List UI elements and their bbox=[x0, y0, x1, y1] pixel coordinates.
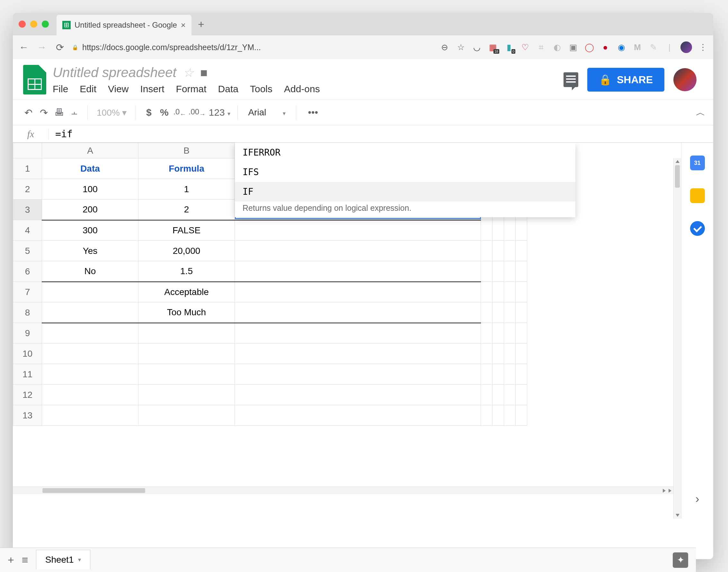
row-header[interactable]: 7 bbox=[13, 282, 42, 302]
extension-i-icon[interactable]: ✎ bbox=[648, 42, 659, 52]
cell[interactable]: 20,000 bbox=[139, 241, 235, 261]
menu-tools[interactable]: Tools bbox=[250, 83, 273, 94]
font-select[interactable]: Arial▾ bbox=[243, 107, 291, 118]
menu-view[interactable]: View bbox=[108, 83, 129, 94]
profile-avatar-icon[interactable] bbox=[680, 42, 692, 53]
side-panel-expand-icon[interactable]: › bbox=[696, 492, 700, 506]
collapse-toolbar-icon[interactable]: ︿ bbox=[696, 106, 706, 119]
decrease-decimal-icon[interactable]: .0← bbox=[172, 107, 187, 118]
row-header[interactable]: 4 bbox=[13, 220, 42, 241]
increase-decimal-icon[interactable]: .00→ bbox=[187, 107, 207, 118]
redo-icon[interactable]: ↷ bbox=[36, 107, 52, 118]
undo-icon[interactable]: ↶ bbox=[20, 107, 36, 118]
tasks-icon[interactable] bbox=[690, 221, 705, 236]
horizontal-scrollbar[interactable] bbox=[13, 487, 673, 494]
reload-button[interactable]: ⟳ bbox=[54, 42, 66, 53]
column-header[interactable]: A bbox=[42, 143, 139, 158]
zoom-icon[interactable]: ⊖ bbox=[439, 42, 450, 52]
autocomplete-item[interactable]: IFS bbox=[235, 162, 575, 182]
cell[interactable] bbox=[139, 405, 235, 426]
autocomplete-item[interactable]: IFERROR bbox=[235, 143, 575, 162]
vertical-scrollbar[interactable] bbox=[673, 158, 681, 519]
cell[interactable]: FALSE bbox=[139, 220, 235, 241]
add-sheet-button[interactable]: + bbox=[13, 554, 14, 559]
row-header[interactable]: 1 bbox=[13, 158, 42, 179]
cell[interactable] bbox=[235, 364, 481, 385]
cell[interactable] bbox=[235, 302, 481, 323]
extension-h-icon[interactable]: M bbox=[632, 42, 643, 52]
browser-menu-icon[interactable]: ⋮ bbox=[698, 42, 708, 52]
cell[interactable] bbox=[42, 323, 139, 344]
row-header[interactable]: 5 bbox=[13, 241, 42, 261]
cell[interactable] bbox=[235, 261, 481, 282]
sheet-tab[interactable]: Sheet1 ▾ bbox=[36, 550, 91, 559]
cell[interactable]: Too Much bbox=[139, 302, 235, 323]
zoom-select[interactable]: 100% ▾ bbox=[93, 107, 131, 118]
extension-f-icon[interactable]: ◯ bbox=[584, 42, 594, 52]
row-header[interactable]: 10 bbox=[13, 344, 42, 364]
sheet-tab-menu-icon[interactable]: ▾ bbox=[78, 556, 81, 559]
comments-icon[interactable] bbox=[564, 72, 578, 87]
formula-input[interactable]: =if bbox=[49, 128, 79, 139]
more-formats-select[interactable]: 123 ▾ bbox=[207, 107, 232, 118]
cell[interactable] bbox=[235, 405, 481, 426]
cell[interactable]: Formula bbox=[139, 158, 235, 179]
cell[interactable] bbox=[42, 344, 139, 364]
autocomplete-item[interactable]: IF bbox=[235, 182, 575, 202]
cell[interactable] bbox=[42, 405, 139, 426]
cell[interactable] bbox=[42, 385, 139, 405]
menu-format[interactable]: Format bbox=[176, 83, 207, 94]
cell[interactable]: 1 bbox=[139, 179, 235, 200]
menu-data[interactable]: Data bbox=[218, 83, 238, 94]
cell[interactable] bbox=[235, 241, 481, 261]
cell[interactable]: 1.5 bbox=[139, 261, 235, 282]
pocket-icon[interactable]: ◡ bbox=[471, 42, 482, 52]
cell[interactable]: Acceptable bbox=[139, 282, 235, 302]
extension-b-icon[interactable]: ▮0 bbox=[504, 42, 514, 52]
extension-a-icon[interactable]: ▦18 bbox=[488, 42, 498, 52]
account-avatar-icon[interactable] bbox=[673, 68, 697, 91]
cell[interactable] bbox=[139, 364, 235, 385]
currency-format-icon[interactable]: $ bbox=[141, 107, 156, 118]
cell[interactable]: Data bbox=[42, 158, 139, 179]
cell[interactable]: 2 bbox=[139, 200, 235, 220]
print-icon[interactable]: 🖶 bbox=[52, 107, 67, 118]
keep-icon[interactable] bbox=[690, 188, 705, 203]
cell[interactable] bbox=[139, 323, 235, 344]
menu-file[interactable]: File bbox=[53, 83, 68, 94]
select-all-cell[interactable] bbox=[13, 143, 42, 158]
cell[interactable] bbox=[139, 385, 235, 405]
document-title[interactable]: Untitled spreadsheet bbox=[53, 65, 176, 80]
percent-format-icon[interactable]: % bbox=[156, 107, 172, 118]
cell[interactable] bbox=[42, 302, 139, 323]
extension-e-icon[interactable]: ◐ bbox=[552, 42, 562, 52]
cell[interactable] bbox=[235, 385, 481, 405]
row-header[interactable]: 13 bbox=[13, 405, 42, 426]
column-header[interactable]: B bbox=[139, 143, 235, 158]
extension-d-icon[interactable]: ⌗ bbox=[536, 42, 546, 52]
row-header[interactable]: 2 bbox=[13, 179, 42, 200]
row-header[interactable]: 8 bbox=[13, 302, 42, 323]
more-toolbar-icon[interactable]: ••• bbox=[308, 107, 318, 118]
cell[interactable]: 100 bbox=[42, 179, 139, 200]
cell[interactable]: 200 bbox=[42, 200, 139, 220]
all-sheets-button[interactable]: ≡ bbox=[22, 554, 28, 559]
cell[interactable] bbox=[139, 344, 235, 364]
maximize-window-button[interactable] bbox=[42, 20, 49, 28]
menu-edit[interactable]: Edit bbox=[80, 83, 96, 94]
cell[interactable] bbox=[235, 220, 481, 241]
cell[interactable] bbox=[42, 282, 139, 302]
menu-addons[interactable]: Add-ons bbox=[284, 83, 320, 94]
share-button[interactable]: 🔒 SHARE bbox=[587, 68, 664, 91]
minimize-window-button[interactable] bbox=[30, 20, 37, 28]
extension-c-icon[interactable]: ♡ bbox=[520, 42, 530, 52]
cell[interactable] bbox=[235, 282, 481, 302]
extension-g-icon[interactable]: ◉ bbox=[616, 42, 627, 52]
row-header[interactable]: 9 bbox=[13, 323, 42, 344]
explore-button[interactable]: ✦ bbox=[673, 552, 688, 560]
row-header[interactable]: 11 bbox=[13, 364, 42, 385]
bookmark-star-icon[interactable]: ☆ bbox=[455, 42, 466, 52]
cell[interactable] bbox=[42, 364, 139, 385]
row-header[interactable]: 3 bbox=[13, 200, 42, 220]
menu-insert[interactable]: Insert bbox=[140, 83, 164, 94]
